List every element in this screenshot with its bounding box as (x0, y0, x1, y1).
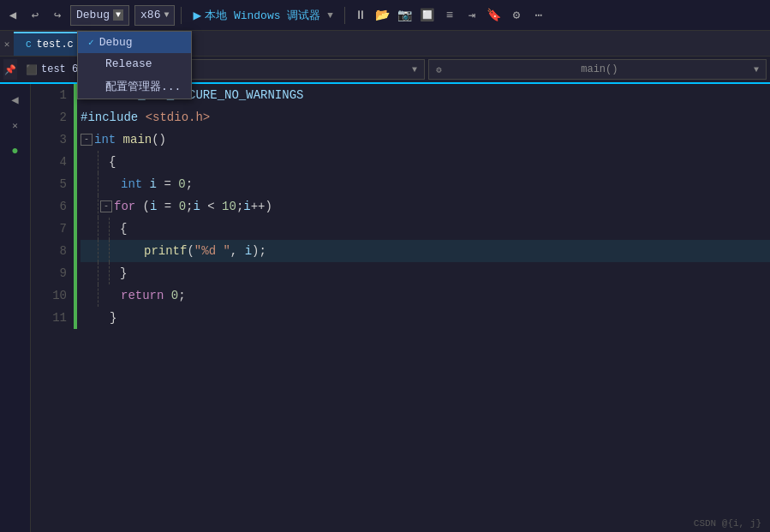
main-area: ◀ ✕ ● 1 2 3 4 5 6 7 8 9 10 11 #define _C… (0, 84, 770, 532)
code-line-2: #include <stdio.h> (81, 106, 770, 129)
member-dropdown[interactable]: ⚙ main() ▼ (428, 59, 767, 80)
release-option[interactable]: Release (78, 53, 191, 75)
ln-1: 1 (31, 84, 67, 106)
undo-icon[interactable]: ↩ (26, 6, 45, 25)
more-icon[interactable]: ⋯ (529, 6, 548, 25)
ln-8: 8 (31, 240, 67, 262)
play-icon: ▶ (193, 7, 201, 24)
config-manager-option[interactable]: 配置管理器... (78, 75, 191, 99)
ln-4: 4 (31, 151, 67, 173)
indent-guide-8b (109, 240, 110, 262)
code-editor[interactable]: 1 2 3 4 5 6 7 8 9 10 11 #define _CRT_SEC… (31, 84, 770, 532)
bookmark-icon[interactable]: 🔖 (485, 6, 504, 25)
project-icon: ⬛ (26, 64, 38, 75)
watermark: CSDN @{i, j} (694, 518, 761, 529)
code-line-8: printf("%d ", i); (81, 240, 770, 262)
code-content[interactable]: #define _CRT_SECURE_NO_WARNINGS #include… (74, 84, 770, 532)
debug-option[interactable]: ✓ Debug (78, 32, 191, 53)
camera2-icon[interactable]: 🔲 (418, 6, 437, 25)
semi-5: ; (186, 173, 193, 195)
release-option-label: Release (105, 57, 152, 70)
var-i-6b: i (193, 195, 200, 218)
pause-icon[interactable]: ⏸ (351, 6, 370, 25)
project-label-area: ⬛ test 6 (21, 63, 83, 75)
brace-open-7: { (120, 218, 127, 240)
back-icon[interactable]: ◀ (3, 6, 22, 25)
open-folder-icon[interactable]: 📂 (373, 6, 392, 25)
pin-icon[interactable]: 📌 (3, 59, 17, 80)
code-line-11: } (81, 307, 770, 329)
indent-icon[interactable]: ⇥ (463, 6, 481, 25)
num-0-10: 0 (171, 284, 178, 307)
run-label: 本地 Windows 调试器 (205, 8, 320, 23)
run-button[interactable]: ▶ 本地 Windows 调试器 ▼ (188, 7, 337, 24)
code-text-2b: <stdio.h> (146, 106, 211, 129)
brace-close-9: } (120, 262, 127, 284)
ln-11: 11 (31, 307, 67, 329)
debug-dropdown-arrow[interactable]: ▼ (113, 9, 123, 21)
ln-7: 7 (31, 218, 67, 240)
project-name: test 6 (41, 63, 78, 75)
fn-printf: printf (144, 240, 187, 262)
code-line-3: - int main() (81, 129, 770, 151)
left-panel: ◀ ✕ ● (0, 84, 31, 532)
format-icon[interactable]: ≡ (440, 6, 459, 25)
debug-option-label: Debug (99, 36, 133, 49)
num-0-6: 0 (179, 195, 186, 218)
green-bar-7 (74, 218, 77, 240)
member-label: main() (581, 63, 618, 75)
kw-int-5: int (121, 173, 150, 195)
brace-open-4: { (109, 151, 116, 173)
eq-6: = (157, 195, 178, 218)
close-panel-icon[interactable]: ✕ (0, 32, 14, 56)
green-bar-9 (74, 262, 77, 284)
indent-guide-8a (98, 240, 98, 262)
semi-6b: ; (236, 195, 243, 218)
green-bar-4 (74, 151, 77, 173)
left-icon-2[interactable]: ✕ (3, 113, 28, 137)
c-file-icon: C (26, 39, 32, 50)
platform-dropdown[interactable]: x86 ▼ (134, 5, 175, 26)
green-bar-10 (74, 284, 77, 307)
pin-glyph: 📌 (4, 64, 16, 75)
ln-9: 9 (31, 262, 67, 284)
indent-guide-6 (98, 195, 98, 218)
debug-dropdown-menu: ✓ Debug Release 配置管理器... (77, 31, 192, 99)
indent-guide-4 (98, 151, 98, 173)
var-i-6c: i (243, 195, 250, 218)
kw-return: return (121, 284, 171, 307)
collapse-btn-3[interactable]: - (81, 134, 93, 146)
sep1 (181, 7, 182, 24)
code-line-7: { (81, 218, 770, 240)
code-line-6: - for (i = 0;i < 10;i++) (81, 195, 770, 218)
green-bar-11 (74, 307, 77, 329)
comma: , (230, 240, 245, 262)
redo-icon[interactable]: ↪ (48, 6, 67, 25)
lt: < (200, 195, 222, 218)
left-icon-3[interactable]: ● (3, 139, 28, 163)
kw-int: int (94, 129, 123, 151)
pp-op: ++) (251, 195, 272, 218)
camera-icon[interactable]: 📷 (396, 6, 415, 25)
paren: () (152, 129, 166, 151)
code-text-2a: #include (81, 106, 146, 129)
indent-guide-10 (98, 284, 98, 307)
collapse-btn-6[interactable]: - (100, 200, 112, 212)
indent-guide-5 (98, 173, 98, 195)
fn-main: main (123, 129, 152, 151)
for-paren: ( (143, 195, 150, 218)
run-arrow: ▼ (327, 10, 333, 21)
var-i-8: i (245, 240, 252, 262)
settings-icon[interactable]: ⚙ (507, 6, 526, 25)
indent-guide-9b (109, 262, 110, 284)
printf-paren: ( (187, 240, 194, 262)
left-icon-1[interactable]: ◀ (3, 87, 28, 111)
ln-3: 3 (31, 129, 67, 151)
member-icon: ⚙ (436, 64, 442, 75)
indent-guide-9a (98, 262, 98, 284)
str-fmt: "%d " (194, 240, 230, 262)
semi-6a: ; (186, 195, 193, 218)
debug-config-dropdown[interactable]: Debug ▼ (70, 5, 129, 26)
debug-config-label: Debug (76, 9, 110, 21)
semi-10: ; (178, 284, 185, 307)
